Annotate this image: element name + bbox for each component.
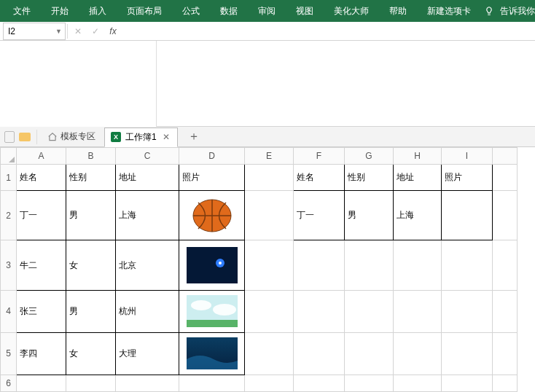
add-tab-button[interactable]: ＋: [182, 129, 206, 144]
cell[interactable]: [345, 332, 394, 375]
cell[interactable]: [442, 332, 493, 375]
cell-photo[interactable]: [179, 240, 245, 290]
formula-input-area[interactable]: [156, 41, 535, 127]
col-header[interactable]: H: [394, 148, 442, 165]
cell[interactable]: 上海: [394, 190, 442, 240]
cell[interactable]: [493, 290, 518, 332]
cell[interactable]: [245, 375, 294, 391]
fx-icon[interactable]: fx: [104, 26, 122, 36]
cell[interactable]: [345, 375, 394, 391]
cell[interactable]: 照片: [442, 165, 493, 191]
cell[interactable]: 李四: [17, 332, 66, 375]
cell[interactable]: 性别: [345, 165, 394, 191]
cell[interactable]: [493, 190, 518, 240]
cell[interactable]: 姓名: [294, 165, 345, 191]
tell-me[interactable]: 告诉我你: [497, 0, 535, 22]
cell[interactable]: [245, 190, 294, 240]
cell[interactable]: 女: [66, 332, 116, 375]
cancel-icon[interactable]: ✕: [69, 26, 87, 36]
cell[interactable]: [294, 290, 345, 332]
col-header[interactable]: F: [294, 148, 345, 165]
col-header[interactable]: E: [245, 148, 294, 165]
tab-review[interactable]: 审阅: [248, 0, 286, 22]
cell[interactable]: [442, 290, 493, 332]
tab-help[interactable]: 帮助: [379, 0, 417, 22]
name-box[interactable]: I2 ▼: [3, 23, 66, 40]
cell[interactable]: 上海: [116, 190, 179, 240]
tab-beautify[interactable]: 美化大师: [324, 0, 379, 22]
row-header[interactable]: 2: [1, 190, 17, 240]
cell[interactable]: 大理: [116, 332, 179, 375]
cell[interactable]: [345, 290, 394, 332]
sheet[interactable]: A B C D E F G H I 1 姓名 性别 地址 照片 姓名 性别 地址…: [0, 147, 518, 392]
cell[interactable]: [493, 165, 518, 191]
cell[interactable]: [345, 240, 394, 290]
cell[interactable]: [394, 375, 442, 391]
tab-pagelayout[interactable]: 页面布局: [117, 0, 172, 22]
col-header[interactable]: A: [17, 148, 66, 165]
tab-new[interactable]: 新建选项卡: [417, 0, 481, 22]
col-header[interactable]: C: [116, 148, 179, 165]
col-header[interactable]: [493, 148, 518, 165]
close-icon[interactable]: ✕: [161, 132, 171, 142]
cell[interactable]: [394, 332, 442, 375]
cell[interactable]: [294, 375, 345, 391]
tab-formulas[interactable]: 公式: [172, 0, 210, 22]
row-header[interactable]: 6: [1, 375, 17, 391]
cell-photo[interactable]: [179, 332, 245, 375]
tab-home[interactable]: 开始: [41, 0, 79, 22]
workbook-tab[interactable]: X 工作簿1 ✕: [104, 128, 178, 147]
col-header[interactable]: B: [66, 148, 116, 165]
cell[interactable]: [493, 375, 518, 391]
cell[interactable]: [442, 240, 493, 290]
cell[interactable]: [245, 240, 294, 290]
cell[interactable]: [394, 240, 442, 290]
cell[interactable]: 女: [66, 240, 116, 290]
tab-view[interactable]: 视图: [286, 0, 324, 22]
tab-file[interactable]: 文件: [3, 0, 41, 22]
cell[interactable]: [442, 375, 493, 391]
cell[interactable]: [66, 375, 116, 391]
col-header[interactable]: G: [345, 148, 394, 165]
cell[interactable]: [245, 165, 294, 191]
cell[interactable]: [245, 332, 294, 375]
col-header[interactable]: D: [179, 148, 245, 165]
cell[interactable]: [294, 332, 345, 375]
cell[interactable]: 丁一: [294, 190, 345, 240]
cell[interactable]: 性别: [66, 165, 116, 191]
row-header[interactable]: 5: [1, 332, 17, 375]
cell[interactable]: [179, 375, 245, 391]
cell[interactable]: 地址: [116, 165, 179, 191]
cell[interactable]: [493, 240, 518, 290]
cell[interactable]: 男: [66, 290, 116, 332]
cell[interactable]: 杭州: [116, 290, 179, 332]
cell[interactable]: [17, 375, 66, 391]
cell[interactable]: 北京: [116, 240, 179, 290]
cell[interactable]: [294, 240, 345, 290]
cell[interactable]: 姓名: [17, 165, 66, 191]
row-header[interactable]: 4: [1, 290, 17, 332]
template-zone[interactable]: 模板专区: [43, 130, 100, 143]
cell[interactable]: 男: [345, 190, 394, 240]
tab-insert[interactable]: 插入: [79, 0, 117, 22]
row-header[interactable]: 3: [1, 240, 17, 290]
new-doc-icon[interactable]: [4, 131, 15, 143]
folder-icon[interactable]: [19, 133, 31, 141]
cell[interactable]: [394, 290, 442, 332]
cell[interactable]: 牛二: [17, 240, 66, 290]
row-header[interactable]: 1: [1, 165, 17, 191]
cell[interactable]: [442, 190, 493, 240]
cell-photo[interactable]: [179, 190, 245, 240]
col-header[interactable]: I: [442, 148, 493, 165]
chevron-down-icon[interactable]: ▼: [55, 28, 62, 35]
cell-photo[interactable]: [179, 290, 245, 332]
cell[interactable]: 照片: [179, 165, 245, 191]
confirm-icon[interactable]: ✓: [87, 26, 104, 36]
tab-data[interactable]: 数据: [210, 0, 248, 22]
cell[interactable]: 地址: [394, 165, 442, 191]
cell[interactable]: 丁一: [17, 190, 66, 240]
cell[interactable]: [245, 290, 294, 332]
cell[interactable]: 张三: [17, 290, 66, 332]
cell[interactable]: [493, 332, 518, 375]
cell[interactable]: 男: [66, 190, 116, 240]
